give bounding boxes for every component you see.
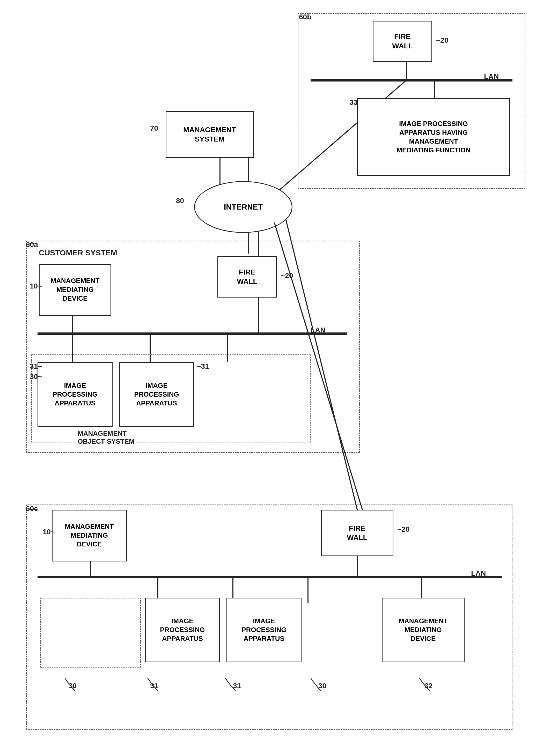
ref-20-top: ~20 (436, 36, 449, 45)
lan-bottom-label: LAN (471, 569, 486, 578)
label-60c: 60c (26, 505, 38, 513)
ref-31-1: 31~ (30, 362, 42, 370)
lan-customer-label: LAN (311, 326, 325, 334)
mgmt-mediating-bottom-box: MANAGEMENTMEDIATINGDEVICE (52, 510, 127, 561)
ref-31-bot2: 31 (233, 682, 241, 690)
ref-30-bot1: 30 (69, 682, 77, 690)
image-proc-1-box: IMAGEPROCESSINGAPPARATUS (38, 362, 113, 427)
ref-10-bottom: 10~ (43, 528, 55, 536)
image-proc-3-box: IMAGEPROCESSINGAPPARATUS (145, 598, 220, 662)
ref-30-bot2: 30 (318, 682, 326, 690)
image-proc-4-box: IMAGEPROCESSINGAPPARATUS (226, 598, 302, 662)
ref-32-bot: 32 (424, 682, 432, 690)
image-proc-mediating-box: IMAGE PROCESSINGAPPARATUS HAVINGMANAGEME… (357, 98, 510, 176)
ref-30-customer: 30~ (30, 373, 42, 381)
ref-31-bot1: 31 (150, 682, 158, 690)
management-object-label: MANAGEMENTOBJECT SYSTEM (78, 429, 135, 446)
ref-20-customer: ~20 (281, 272, 293, 280)
ref-10-customer: 10~ (30, 282, 42, 290)
ref-70: 70 (150, 124, 158, 133)
ref-20-bottom: ~20 (397, 525, 410, 533)
image-proc-2-box: IMAGEPROCESSINGAPPARATUS (119, 362, 194, 427)
mgmt-mediating-bottom-right-box: MANAGEMENTMEDIATINGDEVICE (382, 598, 465, 662)
management-system-box: MANAGEMENTSYSTEM (166, 111, 253, 158)
label-60b: 60b (299, 13, 311, 21)
ref-33: 33 (350, 98, 357, 107)
customer-system-label: CUSTOMER SYSTEM (39, 248, 117, 257)
firewall-customer-box: FIREWALL (218, 256, 277, 298)
mgmt-mediating-customer-box: MANAGEMENTMEDIATINGDEVICE (39, 264, 111, 316)
ref-80: 80 (176, 197, 184, 205)
label-60a: 60a (26, 240, 38, 249)
firewall-bottom-box: FIREWALL (321, 510, 393, 556)
lan-top-label: LAN (484, 73, 499, 81)
internet-oval: INTERNET (194, 181, 292, 233)
ref-31-2: ~31 (197, 362, 209, 370)
bottom-inner-box-left (40, 598, 141, 668)
firewall-top-box: FIREWALL (373, 21, 432, 62)
diagram: 60b FIREWALL ~20 LAN IMAGE PROCESSINGAPP… (0, 0, 536, 756)
